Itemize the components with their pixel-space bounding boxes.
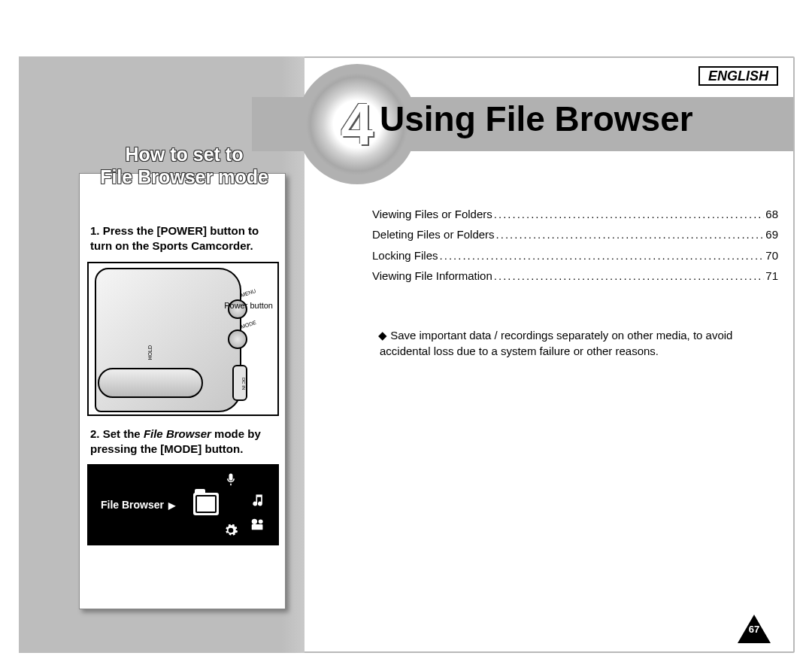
- svg-rect-3: [252, 524, 263, 530]
- video-icon: [247, 514, 268, 535]
- toc-page: 69: [765, 226, 778, 243]
- menu-label: MENU: [241, 287, 257, 297]
- svg-point-2: [259, 519, 263, 524]
- folder-icon: [193, 493, 219, 515]
- chevron-right-icon: ▶: [168, 500, 175, 511]
- mode-selector-text: File Browser: [101, 499, 164, 511]
- power-button-label: Power button: [224, 301, 273, 310]
- mic-icon: [220, 469, 241, 490]
- sidebar-heading-line1: How to set to: [79, 143, 289, 165]
- toc-page: 70: [765, 247, 778, 264]
- sidebar-heading-line2: File Browser mode: [79, 165, 289, 188]
- mode-selector-label: File Browser ▶: [101, 499, 175, 511]
- toc-row: Viewing Files or Folders 68: [372, 205, 778, 223]
- manual-page: ENGLISH 4 Using File Browser Viewing Fil…: [19, 19, 808, 664]
- step-number: 2.: [90, 427, 100, 440]
- step-text: Press the [POWER] button to turn on the …: [90, 224, 259, 252]
- toc-page: 71: [765, 267, 778, 284]
- toc-leader: [496, 226, 765, 243]
- gear-icon: [220, 520, 241, 541]
- step-2: 2. Set the File Browser mode by pressing…: [90, 427, 274, 457]
- toc-label: Deleting Files or Folders: [372, 226, 495, 243]
- device-illustration: MENU MODE Power button DC IN HOLD: [87, 262, 279, 416]
- page-number-badge: 67: [738, 615, 771, 643]
- step-1: 1. Press the [POWER] button to turn on t…: [90, 223, 274, 254]
- language-badge: ENGLISH: [698, 66, 778, 86]
- folder-stack: [195, 495, 217, 513]
- toc-leader: [494, 267, 765, 284]
- hold-label: HOLD: [147, 345, 153, 360]
- music-icon: [247, 490, 268, 511]
- step-text-em: File Browser: [144, 427, 211, 440]
- note-text: Save important data / recordings separat…: [380, 329, 732, 357]
- bullet-icon: ◆: [378, 327, 387, 343]
- language-text: ENGLISH: [708, 68, 768, 84]
- note-block: ◆ Save important data / recordings separ…: [380, 327, 778, 359]
- dc-in-port: DC IN: [232, 365, 247, 401]
- toc-row: Deleting Files or Folders 69: [372, 226, 778, 243]
- chapter-number: 4: [341, 90, 373, 159]
- sidebar-panel: How to set to File Browser mode 1. Press…: [79, 143, 289, 613]
- toc-label: Viewing Files or Folders: [372, 205, 492, 223]
- toc-label: Viewing File Information: [372, 267, 492, 284]
- mode-button-graphic: [228, 329, 247, 349]
- power-button-label-text: Power button: [224, 301, 273, 310]
- mode-selector-screen: File Browser ▶: [87, 464, 279, 545]
- table-of-contents: Viewing Files or Folders 68 Deleting Fil…: [372, 205, 778, 287]
- toc-leader: [494, 205, 765, 223]
- toc-leader: [440, 247, 765, 264]
- svg-rect-0: [229, 474, 233, 481]
- mode-icons-group: [193, 469, 268, 541]
- toc-label: Locking Files: [372, 247, 438, 264]
- sidebar-heading: How to set to File Browser mode: [79, 143, 289, 188]
- toc-row: Viewing File Information 71: [372, 267, 778, 284]
- sidebar-card: 1. Press the [POWER] button to turn on t…: [79, 173, 286, 609]
- toc-row: Locking Files 70: [372, 247, 778, 264]
- step-text-pre: Set the: [103, 427, 144, 440]
- mode-label: MODE: [240, 319, 256, 329]
- step-number: 1.: [90, 224, 100, 237]
- page-number: 67: [738, 624, 771, 635]
- toc-page: 68: [765, 205, 778, 223]
- chapter-title: Using File Browser: [380, 99, 693, 139]
- strap-graphic: [98, 368, 203, 398]
- svg-point-1: [252, 519, 257, 524]
